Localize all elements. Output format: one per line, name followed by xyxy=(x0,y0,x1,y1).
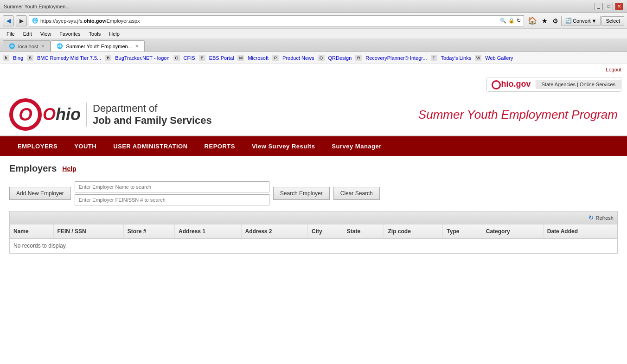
col-zip: Zip code xyxy=(384,224,443,239)
main-header: O Ohio Department of Job and Family Serv… xyxy=(0,94,627,136)
fav-icon-ms: M xyxy=(237,55,244,61)
menu-edit[interactable]: Edit xyxy=(19,30,36,38)
fav-icon-ebs: E xyxy=(199,55,205,61)
col-type: Type xyxy=(443,224,482,239)
ohio-gov-logo: hio.gov xyxy=(487,77,536,91)
tab-label-localhost: localhost xyxy=(18,44,38,49)
convert-button[interactable]: 🔄 Convert ▼ xyxy=(561,16,601,26)
help-link[interactable]: Help xyxy=(62,165,76,172)
browser-nav-bar: ◀ ▶ 🌐 https://syep-sys.jfs.ohio.gov/Empl… xyxy=(0,13,627,29)
lock-icon: 🔒 xyxy=(508,18,515,24)
fav-icon-bmc: B xyxy=(27,55,33,61)
ohio-rest: hio xyxy=(56,105,81,124)
fav-icon-rp: R xyxy=(355,55,362,61)
forward-button[interactable]: ▶ xyxy=(16,15,27,26)
fav-icon-bing: b xyxy=(3,55,9,61)
page-header: Employers Help xyxy=(9,163,618,174)
col-category: Category xyxy=(482,224,543,239)
fav-ebs[interactable]: EBS Portal xyxy=(207,55,236,61)
fav-icon-cfis: C xyxy=(173,55,180,61)
page-title: Employers xyxy=(9,163,57,174)
refresh-button[interactable]: ↻ Refresh xyxy=(589,214,614,221)
select-label: Select xyxy=(606,18,620,24)
search-area: Add New Employer Search Employer Clear S… xyxy=(9,181,618,205)
ohio-o: O xyxy=(43,105,56,124)
fav-today[interactable]: Today's Links xyxy=(439,55,473,61)
browser-icon: 🌐 xyxy=(32,18,38,24)
fav-icon-qr: Q xyxy=(318,55,325,61)
nav-survey-results[interactable]: View Survey Results xyxy=(243,136,323,156)
col-date-added: Date Added xyxy=(543,224,617,239)
window-controls: _ □ ✕ xyxy=(595,3,623,10)
address-text: https://syep-sys.jfs.ohio.gov/Employer.a… xyxy=(40,18,498,24)
browser-title-text: Summer Youth Employmen... xyxy=(4,4,70,9)
search-inputs xyxy=(75,181,269,205)
nav-survey-manager[interactable]: Survey Manager xyxy=(323,136,390,156)
fav-rp[interactable]: RecoveryPlanner® Integr... xyxy=(364,55,429,61)
fav-qr[interactable]: QRDesign xyxy=(326,55,354,61)
menu-help[interactable]: Help xyxy=(105,30,123,38)
close-button[interactable]: ✕ xyxy=(615,3,623,10)
gear-icon[interactable]: ⚙ xyxy=(550,17,560,25)
col-address2: Address 2 xyxy=(241,224,308,239)
no-records-row: No records to display. xyxy=(10,239,617,253)
clear-search-button[interactable]: Clear Search xyxy=(333,187,380,200)
ohio-dept-logo: O Ohio Department of Job and Family Serv… xyxy=(9,98,212,131)
ohio-o-circle xyxy=(492,80,501,89)
col-address1: Address 1 xyxy=(175,224,242,239)
browser-title-bar: Summer Youth Employmen... _ □ ✕ xyxy=(0,0,627,13)
tab-active[interactable]: 🌐 Summer Youth Employmen... ✕ xyxy=(51,40,144,51)
menu-file[interactable]: File xyxy=(3,30,19,38)
col-store: Store # xyxy=(123,224,174,239)
nav-reports[interactable]: REPORTS xyxy=(196,136,243,156)
fav-icon-today: T xyxy=(431,55,437,61)
select-button[interactable]: Select xyxy=(601,16,624,26)
refresh-icon: ↻ xyxy=(589,214,594,221)
minimize-button[interactable]: _ xyxy=(595,3,603,10)
fav-product[interactable]: Product News xyxy=(281,55,316,61)
fav-microsoft[interactable]: Microsoft xyxy=(246,55,270,61)
fav-bing[interactable]: Bing xyxy=(11,55,25,61)
menu-view[interactable]: View xyxy=(37,30,55,38)
maximize-button[interactable]: □ xyxy=(605,3,613,10)
address-bar[interactable]: 🌐 https://syep-sys.jfs.ohio.gov/Employer… xyxy=(29,15,524,26)
tab-close-active[interactable]: ✕ xyxy=(135,44,139,49)
nav-youth[interactable]: YOUTH xyxy=(66,136,105,156)
ohio-gov-logo-text: hio.gov xyxy=(501,79,531,89)
search-fein-input[interactable] xyxy=(75,194,269,205)
main-nav: EMPLOYERS YOUTH USER ADMINISTRATION REPO… xyxy=(0,136,627,156)
search-name-input[interactable] xyxy=(75,181,269,192)
search-employer-button[interactable]: Search Employer xyxy=(273,187,330,200)
search-icon: 🔍 xyxy=(500,18,506,24)
add-employer-button[interactable]: Add New Employer xyxy=(9,187,71,200)
menu-tools[interactable]: Tools xyxy=(85,30,105,38)
tab-localhost[interactable]: 🌐 localhost ✕ xyxy=(3,40,51,51)
ohio-gov-links[interactable]: State Agencies | Online Services xyxy=(536,80,621,89)
convert-label: Convert xyxy=(573,18,591,24)
menu-favorites[interactable]: Favorites xyxy=(56,30,84,38)
dept-line2: Job and Family Services xyxy=(93,115,212,127)
tab-icon-localhost: 🌐 xyxy=(9,43,15,49)
fav-bmc[interactable]: BMC Remedy Mid Tier 7.5... xyxy=(35,55,103,61)
nav-employers[interactable]: EMPLOYERS xyxy=(9,136,66,156)
logout-bar: Logout xyxy=(0,64,627,75)
fav-web[interactable]: Web Gallery xyxy=(483,55,515,61)
logout-link[interactable]: Logout xyxy=(606,67,621,72)
tab-bar: 🌐 localhost ✕ 🌐 Summer Youth Employmen..… xyxy=(0,39,627,52)
back-button[interactable]: ◀ xyxy=(3,15,14,26)
fav-cfis[interactable]: CFIS xyxy=(182,55,197,61)
page-content: Employers Help Add New Employer Search E… xyxy=(0,156,627,261)
ohio-gov-bar: hio.gov State Agencies | Online Services xyxy=(0,75,627,94)
star-icon[interactable]: ★ xyxy=(540,17,550,25)
favorites-bar: b Bing B BMC Remedy Mid Tier 7.5... B Bu… xyxy=(0,52,627,64)
convert-dropdown-icon: ▼ xyxy=(592,18,597,24)
home-icon[interactable]: 🏠 xyxy=(526,16,539,25)
dept-line1: Department of xyxy=(93,102,212,115)
fav-bugtracker[interactable]: BugTracker.NET - logon xyxy=(113,55,171,61)
tab-close-localhost[interactable]: ✕ xyxy=(41,44,45,49)
dept-name: Department of Job and Family Services xyxy=(86,102,212,127)
refresh-label: Refresh xyxy=(595,215,614,221)
col-city: City xyxy=(308,224,343,239)
col-state: State xyxy=(343,224,384,239)
nav-user-admin[interactable]: USER ADMINISTRATION xyxy=(105,136,196,156)
